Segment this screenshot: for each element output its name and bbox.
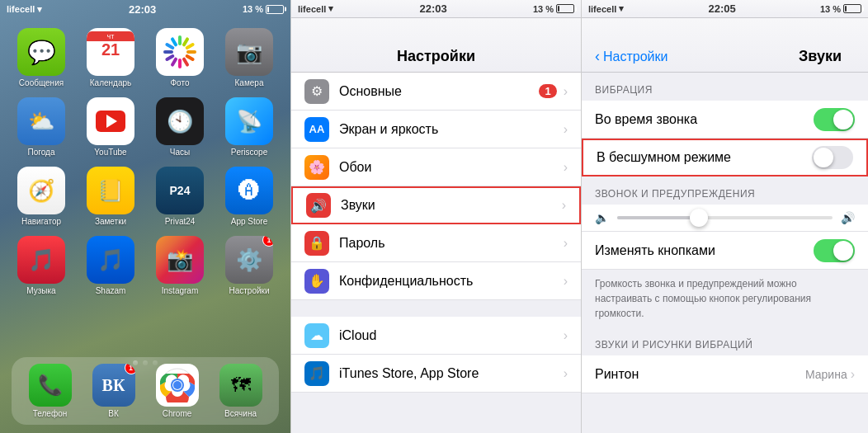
- icloud-icon: ☁: [304, 323, 329, 348]
- sounds-label: Звуки: [341, 198, 562, 213]
- change-buttons-toggle[interactable]: [814, 239, 855, 262]
- app-weather[interactable]: ⛅ Погода: [12, 97, 71, 157]
- s2-battery-pct: 13 %: [533, 4, 554, 14]
- sounds-header: ‹ Настройки Звуки: [582, 18, 868, 73]
- app-music[interactable]: 🎵 Музыка: [12, 236, 71, 295]
- ringtone-row[interactable]: Ринтон Марина ›: [582, 355, 868, 393]
- silent-vibration-label: В бесшумном режиме: [597, 150, 812, 165]
- settings-item-general[interactable]: ⚙ Основные 1 ›: [291, 73, 581, 111]
- ringtone-chevron: ›: [851, 367, 855, 382]
- appstore-label: App Store: [231, 217, 267, 226]
- app-youtube[interactable]: YouTube: [81, 97, 140, 157]
- volume-slider-thumb[interactable]: [690, 209, 708, 227]
- privat24-label: Privat24: [165, 217, 196, 226]
- settings-item-wallpaper[interactable]: 🌸 Обои ›: [291, 148, 581, 186]
- battery-label: 13 %: [243, 4, 263, 14]
- dock-vk[interactable]: ВК 1 ВК: [92, 364, 135, 418]
- s3-battery-pct: 13 %: [820, 4, 841, 14]
- s3-time: 22:05: [708, 2, 735, 15]
- svg-point-16: [173, 381, 182, 389]
- app-navigator[interactable]: 🧭 Навигатор: [12, 167, 71, 226]
- clock-label: Часы: [170, 148, 190, 157]
- dock-chrome[interactable]: Chrome: [156, 364, 199, 418]
- app-privat24[interactable]: P24 Privat24: [150, 167, 210, 226]
- back-chevron-icon: ‹: [595, 48, 600, 65]
- vk-badge: 1: [125, 364, 135, 374]
- general-label: Основные: [339, 84, 539, 99]
- chrome-icon: [156, 364, 199, 407]
- settings-item-passcode[interactable]: 🔒 Пароль ›: [291, 224, 581, 262]
- periscope-label: Periscope: [231, 148, 267, 157]
- settings-header: Настройки: [291, 18, 581, 73]
- app-messages[interactable]: 💬 Сообщения: [12, 28, 71, 87]
- periscope-icon: 📡: [225, 97, 273, 145]
- dock-phone[interactable]: 📞 Телефон: [29, 364, 72, 418]
- settings-item-itunes[interactable]: 🎵 iTunes Store, App Store ›: [291, 355, 581, 393]
- privacy-icon: ✋: [304, 269, 329, 294]
- app-notes[interactable]: 📒 Заметки: [81, 167, 140, 226]
- vibration-section-label: ВИБРАЦИЯ: [582, 73, 868, 101]
- weather-icon: ⛅: [17, 97, 65, 145]
- itunes-icon: 🎵: [304, 361, 329, 386]
- settings-icon: ⚙️ 1: [225, 236, 273, 284]
- settings-label: Настройки: [229, 286, 269, 295]
- general-badge: 1: [539, 84, 556, 98]
- chrome-svg: [160, 368, 195, 402]
- ring-vibration-toggle[interactable]: [814, 108, 855, 131]
- app-instagram[interactable]: 📸 Instagram: [150, 236, 210, 295]
- notes-label: Заметки: [95, 217, 126, 226]
- phone-icon: 📞: [29, 364, 72, 407]
- display-label: Экран и яркость: [339, 122, 564, 137]
- app-appstore[interactable]: 🅐 App Store: [219, 167, 279, 226]
- sounds-status-bar: lifecell ▾ 22:05 13 %: [582, 0, 868, 18]
- settings-panel: lifecell ▾ 22:03 13 % Настройки ⚙ Основн…: [290, 0, 581, 433]
- back-label: Настройки: [603, 49, 668, 64]
- settings-item-privacy[interactable]: ✋ Конфиденциальность ›: [291, 262, 581, 300]
- change-buttons-knob: [833, 241, 853, 261]
- s2-wifi: ▾: [328, 3, 333, 14]
- calendar-date: 21: [101, 41, 120, 58]
- wallpaper-chevron: ›: [564, 160, 568, 175]
- instagram-icon: 📸: [156, 236, 204, 284]
- s3-battery-icon: [843, 4, 861, 13]
- settings-item-display[interactable]: AA Экран и яркость ›: [291, 111, 581, 148]
- time-label: 22:03: [129, 3, 156, 16]
- settings-status-bar: lifecell ▾ 22:03 13 %: [291, 0, 581, 18]
- vibration-section: ВИБРАЦИЯ Во время звонка В бесшумном реж…: [582, 73, 868, 176]
- icloud-label: iCloud: [339, 328, 564, 343]
- photos-svg: [159, 31, 200, 73]
- wifi-icon: ▾: [37, 4, 42, 15]
- change-buttons-label: Изменять кнопками: [595, 243, 814, 258]
- settings-item-icloud[interactable]: ☁ iCloud ›: [291, 317, 581, 355]
- settings-item-sounds[interactable]: 🔊 Звуки ›: [291, 186, 581, 224]
- photos-icon: [156, 28, 204, 76]
- sounds-patterns-label: ЗВУКИ И РИСУНКИ ВИБРАЦИЙ: [582, 327, 868, 355]
- sounds-chevron: ›: [562, 198, 566, 213]
- clock-icon: 🕙: [156, 97, 204, 145]
- ring-vibration-label: Во время звонка: [595, 112, 814, 127]
- app-photos[interactable]: Фото: [150, 28, 210, 87]
- navigator-icon: 🧭: [17, 167, 65, 214]
- app-settings[interactable]: ⚙️ 1 Настройки: [219, 236, 279, 295]
- photos-label: Фото: [171, 78, 190, 87]
- itunes-label: iTunes Store, App Store: [339, 366, 564, 381]
- app-camera[interactable]: 📷 Камера: [219, 28, 279, 87]
- app-shazam[interactable]: 🎵 Shazam: [81, 236, 140, 295]
- camera-label: Камера: [235, 78, 264, 87]
- app-periscope[interactable]: 📡 Periscope: [219, 97, 279, 157]
- app-calendar[interactable]: чт 21 Календарь: [81, 28, 140, 87]
- s3-wifi: ▾: [619, 3, 624, 14]
- general-icon: ⚙: [304, 79, 329, 104]
- s2-status-left: lifecell ▾: [298, 3, 333, 14]
- silent-vibration-toggle[interactable]: [812, 146, 853, 169]
- vk-label: ВК: [108, 409, 119, 418]
- status-right: 13 %: [243, 4, 284, 14]
- app-clock[interactable]: 🕙 Часы: [150, 97, 210, 157]
- calendar-icon: чт 21: [87, 28, 134, 76]
- navigator-label: Навигатор: [21, 217, 61, 226]
- volume-slider-track[interactable]: [617, 216, 833, 219]
- back-button[interactable]: ‹ Настройки: [595, 48, 668, 65]
- music-icon: 🎵: [17, 236, 65, 284]
- change-buttons-row: Изменять кнопками: [582, 232, 868, 270]
- dock-maps[interactable]: 🗺 Всячина: [219, 364, 262, 418]
